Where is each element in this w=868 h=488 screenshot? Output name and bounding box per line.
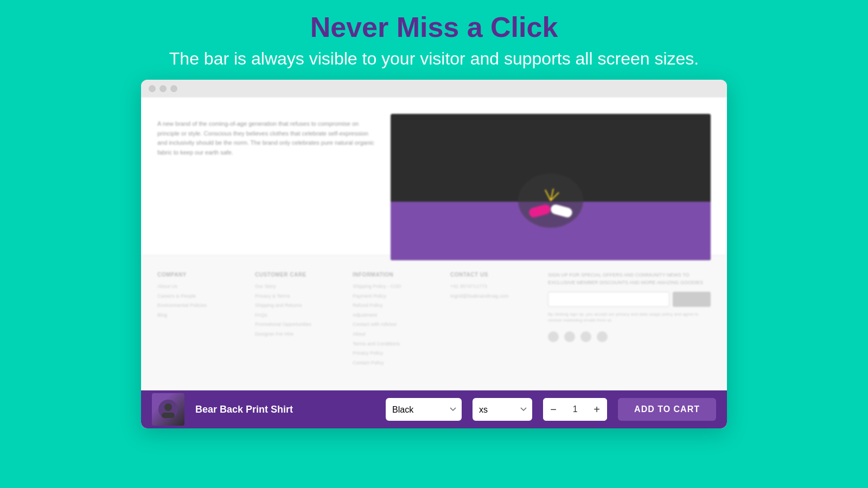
shirt-graphic: [391, 114, 711, 260]
footer-care-item-3: Shipping and Returns: [255, 302, 336, 309]
browser-dot-green: [170, 85, 177, 92]
svg-rect-8: [162, 413, 175, 418]
size-select[interactable]: xs s m l xl: [473, 398, 532, 421]
newsletter-input-row: [548, 292, 711, 307]
page-description-area: A new brand of the coming-of-age generat…: [157, 114, 374, 239]
footer-newsletter-col: SIGN UP FOR SPECIAL OFFERS AND COMMUNITY…: [548, 272, 711, 380]
footer-care-item-4: FAQs: [255, 312, 336, 319]
footer-info-item-6: About: [353, 331, 434, 338]
facebook-icon[interactable]: [564, 331, 575, 342]
footer-care-item-1: Our Story: [255, 283, 336, 290]
footer-company-item-3: Environmental Policies: [157, 302, 239, 309]
footer-care-col: CUSTOMER CARE Our Story Privacy & Terms …: [255, 272, 336, 380]
footer-company-item-4: Blog: [157, 312, 239, 319]
footer-company-item-2: Careers & People: [157, 293, 239, 300]
footer-info-item-5: Contact with Advisor: [353, 321, 434, 328]
footer-info-item-2: Payment Policy: [353, 293, 434, 300]
quantity-minus-button[interactable]: −: [543, 398, 564, 421]
quantity-control: − 1 +: [543, 398, 607, 421]
pinterest-icon[interactable]: [597, 331, 608, 342]
footer-info-item-4: Adjustment: [353, 312, 434, 319]
footer-care-item-5: Promotional Opportunities: [255, 321, 336, 328]
footer-contact-phone: +91 9574711773: [450, 283, 532, 290]
footer-contact-email: Ingrid@itsabraindmag.com: [450, 293, 532, 300]
page-main-area: A new brand of the coming-of-age generat…: [141, 98, 727, 255]
product-thumbnail: [152, 393, 184, 426]
footer-care-item-2: Privacy & Terms: [255, 293, 336, 300]
browser-dot-yellow: [159, 85, 167, 92]
footer-company-col: COMPANY About Us Careers & People Enviro…: [157, 272, 239, 380]
footer-contact-col: CONTACT US +91 9574711773 Ingrid@itsabra…: [450, 272, 532, 380]
instagram-icon[interactable]: [548, 331, 559, 342]
footer-company-item-1: About Us: [157, 283, 239, 290]
browser-page-content: A new brand of the coming-of-age generat…: [141, 98, 727, 428]
add-to-cart-button[interactable]: ADD TO CART: [618, 398, 716, 421]
footer-info-item-9: Contact Policy: [353, 359, 434, 367]
footer-care-item-6: Designer For Hire: [255, 331, 336, 338]
social-icons-row: [548, 331, 711, 342]
sticky-add-to-cart-bar: Bear Back Print Shirt Black White Navy G…: [141, 390, 727, 428]
footer-info-col: INFORMATION Shipping Policy - COD Paymen…: [353, 272, 434, 380]
product-image: [391, 114, 711, 260]
footer-care-title: CUSTOMER CARE: [255, 272, 336, 278]
browser-window: A new brand of the coming-of-age generat…: [141, 80, 727, 428]
footer-info-item-3: Refund Policy: [353, 302, 434, 309]
footer-info-item-8: Privacy Policy: [353, 350, 434, 357]
twitter-icon[interactable]: [580, 331, 591, 342]
newsletter-disclaimer: By clicking sign up, you accept our priv…: [548, 311, 711, 323]
hero-subtitle: The bar is always visible to your visito…: [169, 49, 699, 69]
svg-point-7: [164, 403, 172, 411]
browser-dot-red: [149, 85, 156, 92]
hero-title: Never Miss a Click: [310, 11, 558, 43]
browser-titlebar: [141, 80, 727, 98]
sticky-product-name: Bear Back Print Shirt: [195, 404, 375, 415]
page-footer: COMPANY About Us Careers & People Enviro…: [141, 255, 727, 396]
footer-info-item-7: Terms and Conditions: [353, 341, 434, 348]
quantity-value: 1: [564, 404, 586, 414]
quantity-plus-button[interactable]: +: [586, 398, 607, 421]
footer-contact-title: CONTACT US: [450, 272, 532, 278]
footer-company-title: COMPANY: [157, 272, 239, 278]
newsletter-title: SIGN UP FOR SPECIAL OFFERS AND COMMUNITY…: [548, 272, 711, 286]
footer-info-title: INFORMATION: [353, 272, 434, 278]
page-description-text: A new brand of the coming-of-age generat…: [157, 119, 374, 157]
newsletter-email-input[interactable]: [548, 292, 669, 307]
product-thumbnail-image: [152, 393, 184, 426]
footer-info-item-1: Shipping Policy - COD: [353, 283, 434, 290]
color-select[interactable]: Black White Navy Grey: [386, 398, 462, 421]
newsletter-subscribe-button[interactable]: [673, 292, 711, 307]
